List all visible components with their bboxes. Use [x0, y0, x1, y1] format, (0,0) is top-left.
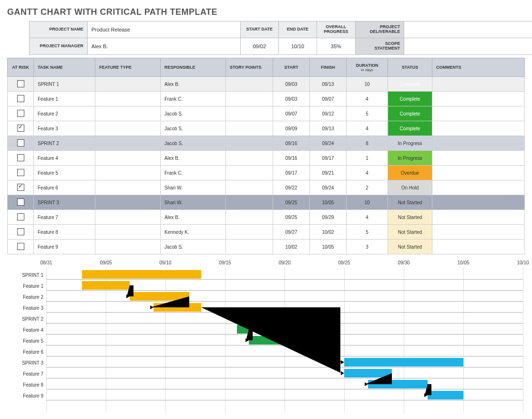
story-points-cell[interactable]: [226, 92, 273, 106]
at-risk-cell[interactable]: [8, 195, 34, 210]
responsible-cell[interactable]: Alex B.: [161, 151, 226, 166]
comments-cell[interactable]: [432, 136, 525, 151]
value-project-manager[interactable]: Alex B.: [87, 38, 240, 55]
status-cell[interactable]: Not Started: [388, 195, 432, 210]
task-name-cell[interactable]: Feature 9: [34, 240, 95, 254]
at-risk-cell[interactable]: [8, 225, 34, 240]
comments-cell[interactable]: [432, 106, 525, 121]
at-risk-cell[interactable]: [8, 210, 34, 225]
at-risk-cell[interactable]: [8, 166, 34, 180]
checkbox-icon[interactable]: [17, 95, 24, 102]
checkbox-icon[interactable]: [17, 228, 24, 235]
feature-type-cell[interactable]: [95, 77, 161, 92]
at-risk-cell[interactable]: [8, 92, 34, 106]
duration-cell[interactable]: 4: [347, 92, 388, 106]
task-name-cell[interactable]: Feature 7: [34, 210, 95, 225]
status-cell[interactable]: On Hold: [388, 180, 432, 195]
story-points-cell[interactable]: [226, 106, 273, 121]
checkbox-icon[interactable]: [17, 80, 24, 87]
checkbox-icon[interactable]: [17, 169, 24, 176]
comments-cell[interactable]: [432, 92, 525, 106]
start-cell[interactable]: 09/07: [273, 106, 310, 121]
duration-cell[interactable]: 4: [347, 121, 388, 136]
duration-cell[interactable]: 3: [347, 240, 388, 254]
duration-cell[interactable]: 10: [347, 195, 388, 210]
value-overall-progress[interactable]: 35%: [317, 38, 356, 55]
start-cell[interactable]: 09/03: [273, 92, 310, 106]
finish-cell[interactable]: 09/07: [310, 92, 347, 106]
feature-type-cell[interactable]: [95, 180, 161, 195]
feature-type-cell[interactable]: [95, 151, 161, 166]
value-end-date[interactable]: 10/10: [278, 38, 317, 55]
responsible-cell[interactable]: Jacob S.: [161, 240, 226, 254]
responsible-cell[interactable]: Kennedy K.: [161, 225, 226, 240]
task-name-cell[interactable]: Feature 4: [34, 151, 95, 166]
story-points-cell[interactable]: [226, 77, 273, 92]
task-name-cell[interactable]: Feature 2: [34, 106, 95, 121]
at-risk-cell[interactable]: [8, 180, 34, 195]
task-name-cell[interactable]: SPRINT 3: [34, 195, 95, 210]
finish-cell[interactable]: 10/05: [310, 240, 347, 254]
finish-cell[interactable]: 09/21: [310, 166, 347, 180]
finish-cell[interactable]: 09/13: [310, 77, 347, 92]
value-start-date[interactable]: 09/02: [240, 38, 278, 55]
feature-type-cell[interactable]: [95, 92, 161, 106]
comments-cell[interactable]: [432, 240, 525, 254]
comments-cell[interactable]: [432, 195, 525, 210]
finish-cell[interactable]: 09/24: [310, 136, 347, 151]
responsible-cell[interactable]: Alex B.: [161, 210, 226, 225]
story-points-cell[interactable]: [226, 240, 273, 254]
status-cell[interactable]: In Progress: [388, 151, 432, 166]
at-risk-cell[interactable]: [8, 121, 34, 136]
responsible-cell[interactable]: Jacob S.: [161, 121, 226, 136]
responsible-cell[interactable]: Frank C.: [161, 166, 226, 180]
status-cell[interactable]: Not Started: [388, 240, 432, 254]
story-points-cell[interactable]: [226, 195, 273, 210]
start-cell[interactable]: 10/02: [273, 240, 310, 254]
duration-cell[interactable]: 5: [347, 106, 388, 121]
feature-type-cell[interactable]: [95, 166, 161, 180]
responsible-cell[interactable]: Jacob S.: [161, 136, 226, 151]
comments-cell[interactable]: [432, 151, 525, 166]
feature-type-cell[interactable]: [95, 210, 161, 225]
start-cell[interactable]: 09/09: [273, 121, 310, 136]
checkbox-icon[interactable]: [17, 139, 24, 147]
task-name-cell[interactable]: Feature 3: [34, 121, 95, 136]
comments-cell[interactable]: [432, 166, 525, 180]
start-cell[interactable]: 09/25: [273, 210, 310, 225]
story-points-cell[interactable]: [226, 210, 273, 225]
finish-cell[interactable]: 09/17: [310, 151, 347, 166]
finish-cell[interactable]: 09/12: [310, 106, 347, 121]
at-risk-cell[interactable]: [8, 151, 34, 166]
finish-cell[interactable]: 09/24: [310, 180, 347, 195]
start-cell[interactable]: 09/17: [273, 166, 310, 180]
at-risk-cell[interactable]: [8, 106, 34, 121]
start-cell[interactable]: 09/03: [273, 77, 310, 92]
duration-cell[interactable]: 10: [347, 77, 388, 92]
task-name-cell[interactable]: Feature 6: [34, 180, 95, 195]
status-cell[interactable]: In Progress: [388, 136, 432, 151]
feature-type-cell[interactable]: [95, 121, 161, 136]
comments-cell[interactable]: [432, 225, 525, 240]
finish-cell[interactable]: 10/02: [310, 225, 347, 240]
story-points-cell[interactable]: [226, 166, 273, 180]
value-project-name[interactable]: Product Release: [87, 21, 240, 38]
feature-type-cell[interactable]: [95, 136, 161, 151]
task-name-cell[interactable]: SPRINT 2: [34, 136, 95, 151]
start-cell[interactable]: 09/27: [273, 225, 310, 240]
start-cell[interactable]: 09/16: [273, 136, 310, 151]
responsible-cell[interactable]: Shari W.: [161, 195, 226, 210]
duration-cell[interactable]: 4: [347, 166, 388, 180]
responsible-cell[interactable]: Frank C.: [161, 92, 226, 106]
story-points-cell[interactable]: [226, 121, 273, 136]
status-cell[interactable]: Complete: [388, 106, 432, 121]
status-cell[interactable]: Overdue: [388, 166, 432, 180]
start-cell[interactable]: 09/16: [273, 151, 310, 166]
duration-cell[interactable]: 1: [347, 151, 388, 166]
feature-type-cell[interactable]: [95, 225, 161, 240]
story-points-cell[interactable]: [226, 225, 273, 240]
checkbox-icon[interactable]: [17, 110, 24, 117]
responsible-cell[interactable]: Jacob S.: [161, 106, 226, 121]
task-name-cell[interactable]: SPRINT 1: [34, 77, 95, 92]
responsible-cell[interactable]: Shari W.: [161, 180, 226, 195]
